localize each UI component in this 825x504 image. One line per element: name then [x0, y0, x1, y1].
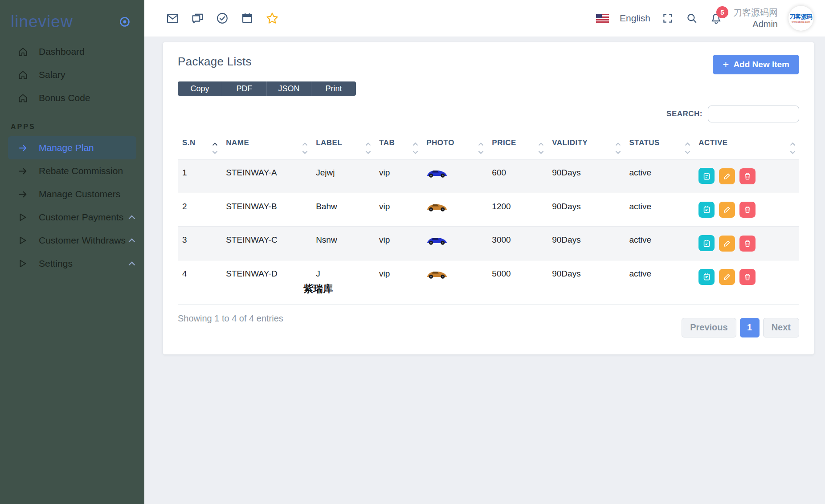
star-icon[interactable]: [265, 12, 279, 25]
search-icon[interactable]: [685, 12, 698, 25]
delete-button[interactable]: [739, 168, 756, 184]
view-button[interactable]: [698, 202, 715, 218]
sidebar-item-dashboard[interactable]: Dashboard: [0, 40, 144, 63]
sort-asc-icon: [365, 139, 371, 148]
column-header-label[interactable]: LABEL: [311, 135, 375, 159]
sort-desc-icon: [302, 147, 308, 156]
chat-icon[interactable]: [191, 12, 204, 25]
table-row: 4STEINWAY-DJ紫瑞库vip500090Daysactive: [178, 260, 799, 304]
cell-price: 5000: [487, 260, 547, 304]
pencil-icon: [723, 206, 731, 214]
column-label: PHOTO: [426, 138, 454, 147]
cell-price: 1200: [487, 193, 547, 227]
sidebar-item-salary[interactable]: Salary: [0, 63, 144, 86]
cell-label: Nsnw: [311, 227, 375, 260]
column-label: STATUS: [629, 138, 659, 147]
sort-desc-icon: [538, 147, 544, 156]
arrow-right-icon: [18, 189, 29, 199]
sidebar-item-customer-withdraws[interactable]: Customer Withdraws: [0, 229, 144, 252]
column-label: LABEL: [316, 138, 342, 147]
delete-button[interactable]: [739, 269, 756, 285]
column-header-status[interactable]: STATUS: [625, 135, 694, 159]
trash-icon: [743, 172, 751, 180]
avatar[interactable]: 刀客源码 www.dksui.com: [788, 6, 813, 31]
cell-validity: 90Days: [547, 193, 625, 227]
export-json-button[interactable]: JSON: [267, 81, 311, 96]
cell-sn: 2: [178, 193, 221, 227]
add-new-item-button[interactable]: + Add New Item: [713, 55, 799, 74]
package-table: S.NNAMELABELTABPHOTOPRICEVALIDITYSTATUSA…: [178, 135, 799, 305]
sidebar-item-settings[interactable]: Settings: [0, 252, 144, 275]
sidebar-item-label: Rebate Commission: [39, 166, 123, 176]
sort-desc-icon: [212, 147, 218, 156]
home-icon: [18, 69, 29, 80]
edit-button[interactable]: [719, 269, 735, 285]
us-flag-icon[interactable]: [596, 14, 609, 23]
search-label: SEARCH:: [666, 110, 702, 118]
sidebar-toggle-icon[interactable]: [118, 16, 131, 28]
column-label: PRICE: [492, 138, 516, 147]
app-logo: lineview: [11, 12, 73, 31]
sidebar-item-rebate-commission[interactable]: Rebate Commission: [0, 159, 144, 183]
sort-desc-icon: [365, 147, 371, 156]
sidebar-item-label: Manage Customers: [39, 189, 120, 199]
column-header-name[interactable]: NAME: [221, 135, 311, 159]
export-print-button[interactable]: Print: [311, 81, 356, 96]
check-circle-icon[interactable]: [216, 12, 229, 25]
pencil-icon: [723, 240, 731, 248]
avatar-logo-subtext: www.dksui.com: [792, 20, 810, 23]
cell-tab: vip: [375, 260, 422, 304]
edit-button[interactable]: [719, 168, 735, 184]
pagination-previous-button[interactable]: Previous: [682, 318, 736, 337]
column-header-validity[interactable]: VALIDITY: [547, 135, 625, 159]
chevron-up-icon: [128, 238, 135, 243]
column-label: ACTIVE: [698, 138, 727, 147]
table-search-input[interactable]: [708, 106, 799, 122]
pencil-icon: [723, 273, 731, 281]
cell-actions: [694, 227, 799, 260]
sort-asc-icon: [615, 139, 621, 148]
cell-status: active: [625, 193, 694, 227]
column-header-sn[interactable]: S.N: [178, 135, 221, 159]
view-button[interactable]: [698, 235, 715, 251]
column-header-tab[interactable]: TAB: [375, 135, 422, 159]
cell-photo: [422, 227, 487, 260]
cell-sn: 3: [178, 227, 221, 260]
edit-button[interactable]: [719, 202, 735, 218]
export-pdf-button[interactable]: PDF: [222, 81, 267, 96]
column-header-active[interactable]: ACTIVE: [694, 135, 799, 159]
pagination-page-1-button[interactable]: 1: [740, 318, 760, 337]
column-header-photo[interactable]: PHOTO: [422, 135, 487, 159]
view-button[interactable]: [698, 168, 715, 184]
sidebar-item-label: Salary: [39, 69, 65, 80]
cell-tab: vip: [375, 159, 422, 193]
sort-asc-icon: [790, 139, 796, 148]
calendar-icon[interactable]: [241, 12, 254, 25]
arrow-right-icon: [18, 166, 29, 176]
sidebar-item-manage-customers[interactable]: Manage Customers: [0, 183, 144, 206]
delete-button[interactable]: [739, 202, 756, 218]
orange-car-photo: [426, 269, 448, 280]
view-button[interactable]: [698, 269, 715, 285]
sidebar-section-label: APPS: [0, 110, 144, 136]
fullscreen-icon[interactable]: [661, 12, 674, 25]
sidebar-item-customer-payments[interactable]: Customer Payments: [0, 206, 144, 229]
cell-name: STEINWAY-D: [221, 260, 311, 304]
sidebar-item-bonus-code[interactable]: Bonus Code: [0, 86, 144, 110]
sidebar-item-label: Settings: [39, 258, 73, 269]
sidebar-item-manage-plan[interactable]: Manage Plan: [8, 136, 136, 159]
edit-button[interactable]: [719, 236, 735, 252]
cell-status: active: [625, 159, 694, 193]
sidebar-apps-nav: Manage PlanRebate CommissionManage Custo…: [0, 136, 144, 275]
language-selector[interactable]: English: [620, 13, 650, 24]
pagination-next-button[interactable]: Next: [763, 318, 799, 337]
mail-icon[interactable]: [166, 12, 179, 25]
cell-validity: 90Days: [547, 260, 625, 304]
delete-button[interactable]: [739, 236, 756, 252]
sidebar-item-label: Dashboard: [39, 46, 85, 57]
export-copy-button[interactable]: Copy: [178, 81, 222, 96]
column-header-price[interactable]: PRICE: [487, 135, 547, 159]
notifications-bell-icon[interactable]: 5: [709, 12, 723, 25]
cell-sn: 4: [178, 260, 221, 304]
user-menu[interactable]: 刀客源码网 Admin: [733, 7, 778, 30]
